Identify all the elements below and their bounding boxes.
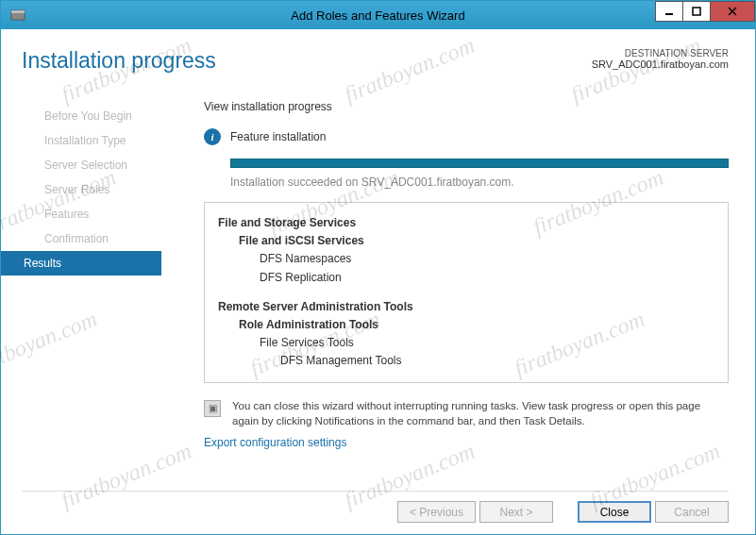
- wizard-window: Add Roles and Features Wizard Installati…: [0, 0, 756, 535]
- header-row: Installation progress DESTINATION SERVER…: [22, 48, 729, 74]
- content-area: Installation progress DESTINATION SERVER…: [1, 29, 755, 534]
- svg-rect-3: [693, 8, 700, 15]
- feature-installation-label: Feature installation: [230, 130, 326, 143]
- cancel-button: Cancel: [655, 501, 729, 523]
- export-settings-link[interactable]: Export configuration settings: [204, 436, 729, 449]
- main-panel: View installation progress i Feature ins…: [187, 100, 729, 483]
- hint-row: ▣ You can close this wizard without inte…: [204, 398, 729, 428]
- previous-button: < Previous: [397, 501, 476, 523]
- step-server-roles: Server Roles: [22, 177, 187, 202]
- destination-server: SRV_ADC001.firatboyan.com: [592, 59, 729, 70]
- view-progress-label: View installation progress: [204, 100, 729, 113]
- destination-label: DESTINATION SERVER: [592, 48, 729, 59]
- titlebar[interactable]: Add Roles and Features Wizard: [1, 1, 755, 29]
- result-item: Remote Server Administration Tools: [218, 298, 714, 316]
- body: Before You Begin Installation Type Serve…: [22, 100, 729, 483]
- step-installation-type: Installation Type: [22, 128, 187, 153]
- result-item: Role Administration Tools: [218, 316, 714, 334]
- result-item: File and iSCSI Services: [218, 232, 714, 250]
- install-success-text: Installation succeeded on SRV_ADC001.fir…: [230, 176, 729, 189]
- step-confirmation: Confirmation: [22, 226, 187, 251]
- next-button: Next >: [479, 501, 553, 523]
- result-item: DFS Replication: [218, 269, 714, 287]
- progress-bar: [230, 159, 729, 168]
- minimize-button[interactable]: [655, 1, 683, 22]
- install-status-row: i Feature installation: [204, 128, 729, 145]
- info-icon: i: [204, 128, 221, 145]
- destination-info: DESTINATION SERVER SRV_ADC001.firatboyan…: [592, 48, 729, 70]
- window-title: Add Roles and Features Wizard: [1, 8, 755, 23]
- close-wizard-button[interactable]: Close: [578, 501, 651, 523]
- steps-sidebar: Before You Begin Installation Type Serve…: [22, 100, 187, 483]
- results-box: File and Storage Services File and iSCSI…: [204, 202, 729, 383]
- step-results: Results: [1, 251, 161, 276]
- result-item: DFS Management Tools: [218, 352, 714, 370]
- step-features: Features: [22, 202, 187, 226]
- result-item: DFS Namespaces: [218, 250, 714, 268]
- hint-text: You can close this wizard without interr…: [232, 398, 729, 428]
- footer-buttons: < Previous Next > Close Cancel: [22, 491, 729, 523]
- page-title: Installation progress: [22, 48, 216, 74]
- result-item: File Services Tools: [218, 334, 714, 352]
- window-controls: [656, 1, 755, 22]
- result-item: File and Storage Services: [218, 214, 714, 232]
- maximize-button[interactable]: [682, 1, 711, 22]
- flag-icon: ▣: [204, 400, 221, 417]
- step-server-selection: Server Selection: [22, 153, 187, 177]
- close-button[interactable]: [710, 1, 755, 22]
- step-before-you-begin: Before You Begin: [22, 104, 187, 128]
